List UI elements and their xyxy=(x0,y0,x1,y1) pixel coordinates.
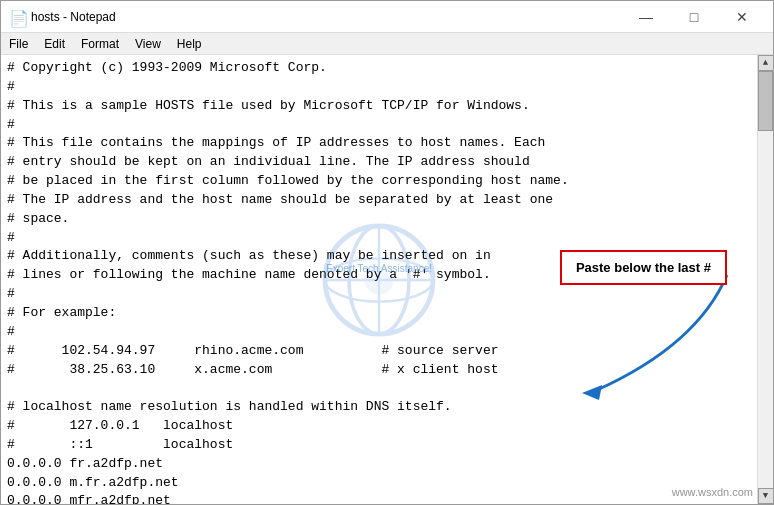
minimize-button[interactable]: — xyxy=(623,5,669,29)
title-bar: 📄 hosts - Notepad — □ ✕ xyxy=(1,1,773,33)
menu-help[interactable]: Help xyxy=(169,35,210,53)
menu-bar: File Edit Format View Help xyxy=(1,33,773,55)
window-title: hosts - Notepad xyxy=(31,10,116,24)
close-button[interactable]: ✕ xyxy=(719,5,765,29)
menu-edit[interactable]: Edit xyxy=(36,35,73,53)
scrollbar-track xyxy=(758,71,773,488)
editor-area: # Copyright (c) 1993-2009 Microsoft Corp… xyxy=(1,55,773,504)
menu-view[interactable]: View xyxy=(127,35,169,53)
main-window: 📄 hosts - Notepad — □ ✕ File Edit Format… xyxy=(0,0,774,505)
text-editor[interactable]: # Copyright (c) 1993-2009 Microsoft Corp… xyxy=(1,55,757,504)
menu-file[interactable]: File xyxy=(1,35,36,53)
scrollbar: ▲ ▼ xyxy=(757,55,773,504)
scroll-up-button[interactable]: ▲ xyxy=(758,55,774,71)
scrollbar-thumb[interactable] xyxy=(758,71,773,131)
scroll-down-button[interactable]: ▼ xyxy=(758,488,774,504)
maximize-button[interactable]: □ xyxy=(671,5,717,29)
menu-format[interactable]: Format xyxy=(73,35,127,53)
app-icon: 📄 xyxy=(9,9,25,25)
title-buttons: — □ ✕ xyxy=(623,5,765,29)
title-bar-left: 📄 hosts - Notepad xyxy=(9,9,116,25)
